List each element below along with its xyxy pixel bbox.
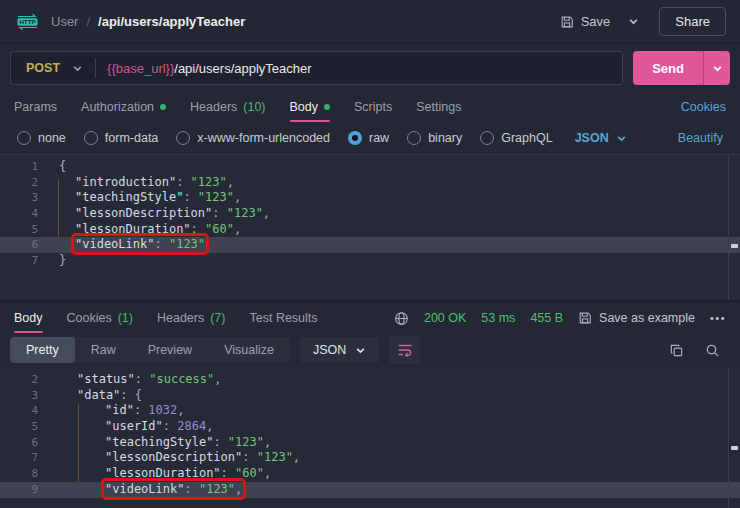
tab-label: Authorization [81, 100, 154, 114]
send-options-button[interactable] [703, 51, 730, 85]
tab-count-badge: (1) [118, 311, 133, 325]
tab-body[interactable]: Body [14, 303, 43, 333]
code-line[interactable]: 6"teachingStyle": "123", [0, 435, 740, 451]
code-line[interactable]: 7} [0, 253, 740, 269]
code-line[interactable]: 5"userId": 2864, [0, 419, 740, 435]
tab-headers[interactable]: Headers(7) [157, 303, 226, 333]
code-line[interactable]: 8"lessonDuration": "60", [0, 466, 740, 482]
search-button[interactable] [705, 343, 720, 358]
code-line[interactable]: 2"status": "success", [0, 372, 740, 388]
view-tab-visualize[interactable]: Visualize [208, 337, 290, 363]
svg-text:HTTP: HTTP [19, 18, 35, 25]
network-globe-icon [394, 311, 409, 326]
api-client-window: HTTP User / /api/users/applyTeacher Save… [0, 0, 740, 508]
url-field[interactable]: {{base_url}}/api/users/applyTeacher [107, 61, 312, 76]
body-format-label: JSON [575, 131, 609, 145]
request-body-editor[interactable]: 1{2"introduction": "123",3"teachingStyle… [0, 154, 740, 300]
code-line[interactable]: 3"teachingStyle": "123", [0, 190, 740, 206]
response-view-switcher: PrettyRawPreviewVisualize [10, 337, 290, 363]
annotation-highlight-box: "videoLink": "123", [105, 482, 242, 496]
code-content: "lessonDescription": "123", [55, 450, 300, 466]
code-content: "videoLink": "123" [55, 237, 205, 253]
code-content: "status": "success", [55, 372, 222, 388]
response-format-selector[interactable]: JSON [300, 337, 379, 363]
body-format-selector[interactable]: JSON [575, 131, 627, 145]
save-options-button[interactable] [622, 11, 645, 32]
tab-scripts[interactable]: Scripts [354, 92, 392, 122]
radio-label: x-www-form-urlencoded [197, 131, 330, 145]
cookies-link[interactable]: Cookies [681, 100, 726, 114]
tab-label: Body [290, 100, 319, 114]
copy-button[interactable] [669, 343, 684, 358]
send-button[interactable]: Send [633, 51, 703, 85]
beautify-link[interactable]: Beautify [678, 131, 723, 145]
radio-circle-icon [348, 131, 362, 145]
share-button[interactable]: Share [659, 7, 726, 36]
tab-params[interactable]: Params [14, 92, 57, 122]
body-type-radio-binary[interactable]: binary [407, 131, 462, 145]
copy-icon [669, 343, 684, 358]
view-tab-raw[interactable]: Raw [75, 337, 132, 363]
wrap-lines-button[interactable] [389, 336, 420, 364]
radio-circle-icon [407, 131, 421, 145]
code-line[interactable]: 5"lessonDuration": "60", [0, 222, 740, 238]
save-as-example-button[interactable]: Save as example [578, 311, 695, 325]
request-url-row: POST {{base_url}}/api/users/applyTeacher… [0, 44, 740, 92]
response-size[interactable]: 455 B [530, 311, 563, 325]
scrollbar-thumb[interactable] [731, 244, 738, 248]
url-input[interactable]: POST {{base_url}}/api/users/applyTeacher [10, 51, 623, 85]
code-line[interactable]: 4"id": 1032, [0, 403, 740, 419]
more-actions-button[interactable]: ••• [710, 312, 726, 324]
breadcrumb-collection[interactable]: User [51, 14, 78, 29]
tab-authorization[interactable]: Authorization [81, 92, 166, 122]
scrollbar-track [728, 155, 740, 300]
radio-label: none [38, 131, 66, 145]
body-type-radio-form-data[interactable]: form-data [84, 131, 159, 145]
body-type-radio-x-www-form-urlencoded[interactable]: x-www-form-urlencoded [176, 131, 330, 145]
view-tab-preview[interactable]: Preview [132, 337, 208, 363]
tab-test-results[interactable]: Test Results [249, 303, 317, 333]
green-dot-indicator [160, 104, 166, 110]
code-content: "teachingStyle": "123", [55, 190, 241, 206]
line-number: 3 [0, 190, 55, 206]
code-line[interactable]: 1{ [0, 159, 740, 175]
code-line[interactable]: 4"lessonDescription": "123", [0, 206, 740, 222]
tab-cookies[interactable]: Cookies(1) [67, 303, 133, 333]
tab-headers[interactable]: Headers(10) [190, 92, 265, 122]
request-title[interactable]: /api/users/applyTeacher [98, 14, 245, 29]
tab-label: Cookies [67, 311, 112, 325]
tab-settings[interactable]: Settings [416, 92, 461, 122]
radio-label: binary [428, 131, 462, 145]
code-line[interactable]: 9"videoLink": "123", [0, 482, 740, 498]
code-content: "videoLink": "123", [55, 482, 242, 498]
url-variable: {{base_url}} [107, 61, 174, 76]
tab-label: Scripts [354, 100, 392, 114]
request-header-bar: HTTP User / /api/users/applyTeacher Save… [0, 0, 740, 44]
body-type-radio-graphql[interactable]: GraphQL [480, 131, 552, 145]
line-number: 6 [0, 435, 55, 451]
line-number: 5 [0, 419, 55, 435]
response-time[interactable]: 53 ms [481, 311, 515, 325]
body-type-radio-raw[interactable]: raw [348, 131, 389, 145]
code-line[interactable]: 2"introduction": "123", [0, 175, 740, 191]
code-content: "lessonDescription": "123", [55, 206, 270, 222]
code-line[interactable]: 3"data": { [0, 388, 740, 404]
response-toolbar-actions [669, 343, 730, 358]
save-button[interactable]: Save [552, 9, 619, 34]
tab-body[interactable]: Body [290, 92, 331, 122]
search-icon [705, 343, 720, 358]
status-code[interactable]: 200 OK [424, 311, 466, 325]
line-number: 4 [0, 206, 55, 222]
code-line[interactable]: 7"lessonDescription": "123", [0, 450, 740, 466]
http-method-icon: HTTP [14, 13, 41, 31]
breadcrumb: User / /api/users/applyTeacher [51, 14, 245, 29]
code-content: "data": { [55, 388, 142, 404]
body-type-radio-none[interactable]: none [17, 131, 66, 145]
response-meta: 200 OK 53 ms 455 B Save as example ••• [394, 311, 726, 326]
line-number: 2 [0, 372, 55, 388]
response-body-editor[interactable]: 2"status": "success",3"data": {4"id": 10… [0, 367, 740, 508]
code-line[interactable]: 6"videoLink": "123" [0, 237, 740, 253]
method-selector[interactable]: POST [11, 52, 95, 84]
view-tab-pretty[interactable]: Pretty [10, 337, 75, 363]
scrollbar-thumb[interactable] [731, 446, 738, 450]
